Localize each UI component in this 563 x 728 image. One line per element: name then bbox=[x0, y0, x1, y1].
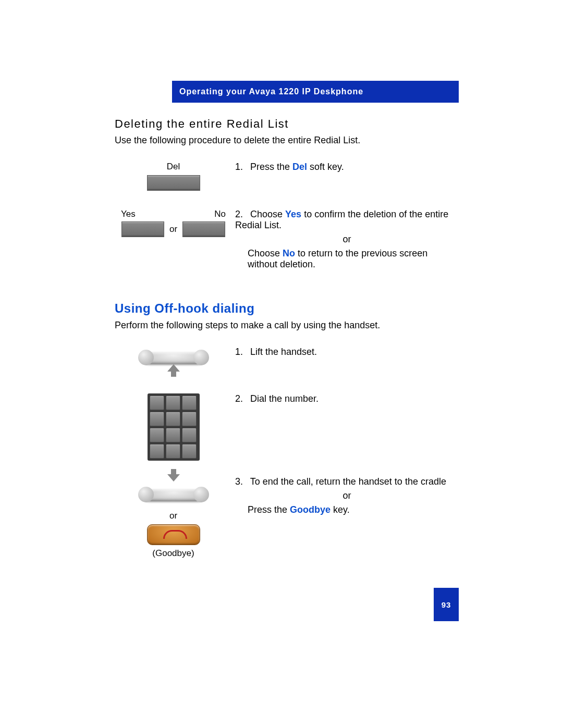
s2-step3a: To end the call, return the handset to t… bbox=[250, 476, 446, 487]
subheading-deleting: Deleting the entire Redial List bbox=[115, 117, 459, 131]
s2-step1-text: Lift the handset. bbox=[250, 347, 317, 357]
yes-label: Yes bbox=[121, 209, 136, 219]
s2-step2-num: 2. bbox=[235, 393, 248, 404]
header-text: Operating your Avaya 1220 IP Deskphone bbox=[179, 87, 363, 96]
goodbye-key-icon bbox=[147, 524, 200, 545]
handset-or: or bbox=[115, 511, 232, 521]
s2-step3b-prefix: Press the bbox=[248, 504, 290, 515]
step1-highlight: Del bbox=[292, 162, 307, 172]
step1-text-suffix: soft key. bbox=[310, 162, 344, 172]
section2-intro: Perform the following steps to make a ca… bbox=[115, 320, 459, 331]
s2-step2-text: Dial the number. bbox=[250, 393, 319, 404]
s2-step3b-highlight: Goodbye bbox=[290, 504, 331, 515]
no-softkey-icon bbox=[182, 221, 225, 237]
yes-softkey-icon bbox=[121, 221, 164, 237]
s2-step3b-suffix: key. bbox=[333, 504, 350, 515]
handset-lift-icon bbox=[137, 347, 210, 378]
del-softkey-icon bbox=[147, 175, 200, 191]
section2-heading: Using Off-hook dialing bbox=[115, 301, 459, 316]
goodbye-label: (Goodbye) bbox=[115, 548, 232, 559]
step2a-prefix: Choose bbox=[250, 209, 285, 219]
yesno-or: or bbox=[169, 224, 177, 235]
step2b-prefix: Choose bbox=[248, 248, 283, 258]
step2-number: 2. bbox=[235, 209, 248, 220]
s2-step3-or: or bbox=[235, 490, 459, 501]
page-number-text: 93 bbox=[442, 600, 451, 609]
step2-center-or: or bbox=[235, 234, 459, 245]
step2b-highlight: No bbox=[283, 248, 295, 258]
s2-step3-num: 3. bbox=[235, 476, 248, 487]
s2-step1-num: 1. bbox=[235, 347, 248, 357]
handset-down-icon bbox=[137, 476, 210, 508]
step2a-highlight: Yes bbox=[285, 209, 301, 219]
section1-intro: Use the following procedure to delete th… bbox=[115, 135, 459, 146]
step1-text-prefix: Press the bbox=[250, 162, 292, 172]
del-label: Del bbox=[115, 162, 232, 172]
step1-number: 1. bbox=[235, 162, 248, 172]
page-number: 93 bbox=[434, 588, 459, 621]
keypad-icon bbox=[148, 393, 200, 461]
header-bar: Operating your Avaya 1220 IP Deskphone bbox=[172, 81, 459, 103]
no-label: No bbox=[214, 209, 226, 219]
